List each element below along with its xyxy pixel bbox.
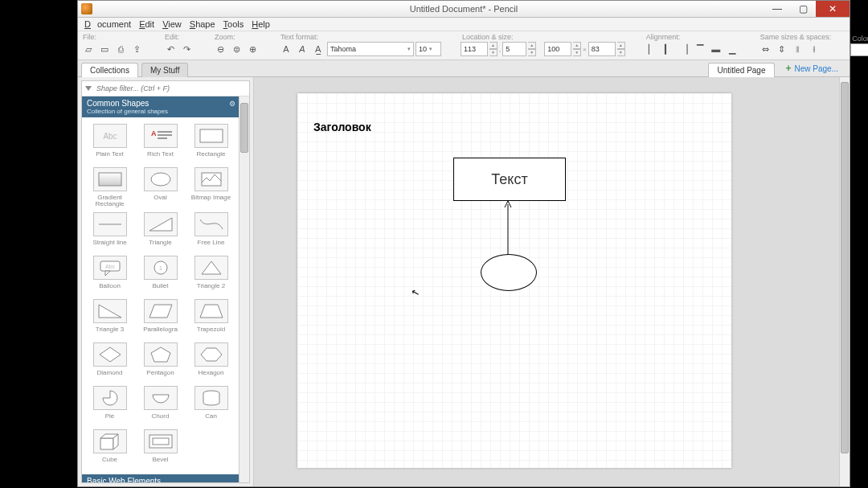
- category-basic-web[interactable]: Basic Web Elements: [82, 474, 239, 482]
- menu-help[interactable]: Help: [248, 19, 273, 29]
- shape-thumb: [93, 342, 127, 367]
- shape-bitmap-image[interactable]: Bitmap Image: [188, 167, 234, 207]
- italic-button[interactable]: A: [295, 42, 309, 56]
- menubar: Document Edit View Shape Tools Help: [78, 18, 850, 31]
- shape-triangle-2[interactable]: Triangle 2: [188, 256, 234, 294]
- shape-chord[interactable]: Chord: [137, 386, 183, 424]
- rectangle-text: Текст: [491, 171, 527, 188]
- scroll-thumb[interactable]: [240, 103, 248, 153]
- zoom-reset-button[interactable]: ⊜: [229, 42, 244, 56]
- shape-label: Chord: [152, 413, 170, 424]
- font-size-combo[interactable]: 10 ▾: [416, 42, 441, 56]
- shape-thumb: [144, 299, 178, 323]
- shape-balloon[interactable]: AbcBalloon: [87, 256, 133, 294]
- shape-thumb: [194, 342, 228, 367]
- font-family-combo[interactable]: Tahoma ▾: [327, 42, 414, 56]
- tab-collections[interactable]: Collections: [81, 63, 138, 77]
- minimize-button[interactable]: —: [764, 1, 790, 17]
- svg-marker-17: [99, 305, 121, 318]
- align-middle-button[interactable]: ▬: [709, 42, 723, 56]
- scroll-thumb[interactable]: [841, 82, 849, 453]
- zoom-in-button[interactable]: ⊕: [245, 42, 260, 56]
- menu-document[interactable]: Document: [81, 19, 134, 29]
- shape-label: Plain Text: [96, 151, 124, 162]
- space-h-button[interactable]: ⫴: [791, 42, 805, 56]
- align-top-button[interactable]: ▔: [693, 42, 707, 56]
- heading-shape[interactable]: Заголовок: [313, 121, 371, 133]
- maximize-button[interactable]: ▢: [790, 1, 816, 17]
- pick-font-button[interactable]: A: [279, 42, 293, 56]
- zoom-out-button[interactable]: ⊖: [213, 42, 227, 56]
- align-left-button[interactable]: ▏: [645, 42, 659, 56]
- shape-triangle-3[interactable]: Triangle 3: [87, 299, 133, 338]
- group-spaces-label: Same sizes & spaces:: [759, 33, 832, 41]
- shape-parallelogra[interactable]: Parallelogra: [137, 299, 183, 338]
- space-v-button[interactable]: ⫲: [807, 42, 821, 56]
- shape-oval[interactable]: Oval: [137, 167, 183, 207]
- page[interactable]: Заголовок Текст: [297, 93, 731, 468]
- shape-straight-line[interactable]: Straight line: [87, 212, 133, 251]
- redo-button[interactable]: ↷: [179, 42, 194, 56]
- same-height-button[interactable]: ⇕: [775, 42, 789, 56]
- svg-marker-24: [100, 438, 113, 449]
- titlebar[interactable]: Untitled Document* - Pencil — ▢ ✕: [78, 1, 850, 18]
- menu-view[interactable]: View: [159, 19, 185, 29]
- canvas-viewport[interactable]: Заголовок Текст ↖: [254, 77, 839, 486]
- svg-rect-3: [158, 134, 172, 136]
- font-family-value: Tahoma: [330, 45, 356, 53]
- shapes-panel: Common Shapes Collection of general shap…: [78, 77, 254, 486]
- category-common-shapes[interactable]: Common Shapes Collection of general shap…: [82, 96, 239, 117]
- color-swatch[interactable]: [850, 43, 868, 56]
- export-button[interactable]: ⇪: [129, 42, 144, 56]
- shape-thumb: [93, 429, 127, 453]
- oval-shape[interactable]: [481, 254, 537, 291]
- page-tab[interactable]: Untitled Page: [708, 63, 774, 77]
- shape-triangle[interactable]: Triangle: [137, 212, 183, 251]
- shape-rectangle[interactable]: Rectangle: [188, 124, 234, 162]
- shape-cube[interactable]: Cube: [87, 429, 133, 468]
- align-right-button[interactable]: ▕: [677, 42, 691, 56]
- shape-gradient-rectangle[interactable]: Gradient Rectangle: [87, 167, 133, 207]
- shape-thumb: [144, 212, 178, 236]
- undo-button[interactable]: ↶: [163, 42, 178, 56]
- new-page-button[interactable]: + New Page...: [778, 60, 847, 76]
- pos-x-input[interactable]: 113: [461, 42, 488, 56]
- new-doc-button[interactable]: ▱: [81, 42, 96, 56]
- tab-mystuff[interactable]: My Stuff: [141, 63, 189, 77]
- shape-thumb: [194, 167, 228, 191]
- canvas-scrollbar[interactable]: [839, 77, 850, 486]
- open-doc-button[interactable]: ▭: [97, 42, 112, 56]
- svg-point-7: [151, 173, 170, 186]
- shape-free-line[interactable]: Free Line: [188, 212, 234, 251]
- close-button[interactable]: ✕: [816, 1, 850, 17]
- shape-label: Bullet: [152, 283, 168, 294]
- shape-bullet[interactable]: 1Bullet: [137, 256, 183, 294]
- shape-pie[interactable]: Pie: [87, 386, 133, 424]
- rectangle-shape[interactable]: Текст: [453, 158, 566, 201]
- shape-trapezoid[interactable]: Trapezoid: [188, 299, 234, 338]
- shape-hexagon[interactable]: Hexagon: [188, 342, 234, 381]
- menu-edit[interactable]: Edit: [136, 19, 158, 29]
- shape-thumb: [194, 299, 228, 323]
- shape-pentagon[interactable]: Pentagon: [137, 342, 183, 381]
- menu-shape[interactable]: Shape: [186, 19, 219, 29]
- shape-can[interactable]: Can: [188, 386, 234, 424]
- panel-scrollbar[interactable]: [239, 96, 249, 482]
- shape-filter-input[interactable]: [95, 84, 246, 93]
- shape-diamond[interactable]: Diamond: [87, 342, 133, 381]
- menu-tools[interactable]: Tools: [220, 19, 248, 29]
- shape-bevel[interactable]: Bevel: [137, 429, 183, 468]
- size-h-input[interactable]: 83: [588, 42, 616, 56]
- same-width-button[interactable]: ⇔: [759, 42, 773, 56]
- shape-thumb: [194, 386, 228, 410]
- align-center-button[interactable]: ▎: [661, 42, 675, 56]
- shape-rich-text[interactable]: ARich Text: [137, 124, 183, 162]
- save-doc-button[interactable]: ⎙: [113, 42, 128, 56]
- align-bottom-button[interactable]: ▁: [725, 42, 739, 56]
- font-size-button[interactable]: A̲: [311, 42, 326, 56]
- gear-icon[interactable]: ⚙: [229, 100, 235, 108]
- pos-y-input[interactable]: 5: [502, 42, 526, 56]
- size-w-input[interactable]: 100: [544, 42, 571, 56]
- shape-plain-text[interactable]: AbcPlain Text: [87, 124, 133, 162]
- shape-label: Bitmap Image: [191, 195, 231, 206]
